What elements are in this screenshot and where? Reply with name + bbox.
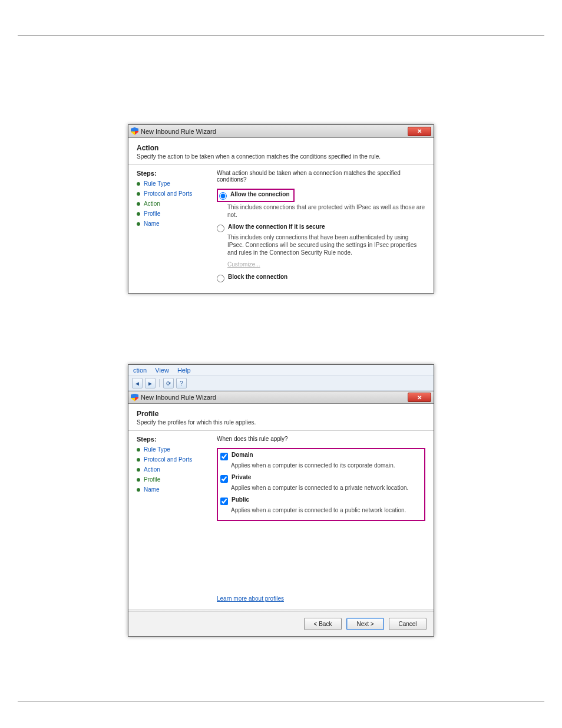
option-label: Allow the connection xyxy=(230,191,290,197)
option-allow-secure[interactable]: Allow the connection if it is secure xyxy=(217,223,425,232)
learn-more-link[interactable]: Learn more about profiles xyxy=(217,595,284,602)
back-button[interactable]: < Back xyxy=(304,618,342,630)
back-icon[interactable]: ◄ xyxy=(132,378,143,388)
option-public[interactable]: Public xyxy=(220,496,417,505)
button-row: < Back Next > Cancel xyxy=(128,611,434,636)
wizard-window-action: New Inbound Rule Wizard ✕ Action Specify… xyxy=(128,124,434,294)
next-button[interactable]: Next > xyxy=(346,618,384,630)
option-label: Domain xyxy=(232,452,253,458)
highlight-profiles: Domain Applies when a computer is connec… xyxy=(217,448,425,521)
footer-divider xyxy=(18,701,544,702)
window-title: New Inbound Rule Wizard xyxy=(141,394,216,401)
option-block-connection[interactable]: Block the connection xyxy=(217,274,425,282)
radio-allow[interactable] xyxy=(219,192,227,200)
close-button[interactable]: ✕ xyxy=(408,393,431,402)
steps-title: Steps: xyxy=(137,436,207,443)
option-desc: This includes connections that are prote… xyxy=(227,203,425,219)
page-heading: Profile xyxy=(137,410,425,418)
option-desc: Applies when a computer is connected to … xyxy=(231,484,417,492)
option-label: Block the connection xyxy=(228,274,287,280)
toolbar-sep xyxy=(159,379,160,387)
option-label: Public xyxy=(232,496,249,503)
titlebar[interactable]: New Inbound Rule Wizard ✕ xyxy=(128,125,434,138)
option-desc: Applies when a computer is connected to … xyxy=(231,506,417,514)
check-public[interactable] xyxy=(220,498,228,505)
option-allow-connection[interactable]: Allow the connection xyxy=(219,191,290,200)
radio-allow-secure[interactable] xyxy=(217,225,224,232)
page-heading: Action xyxy=(137,144,425,152)
step-action[interactable]: Action xyxy=(137,466,207,473)
question-text: When does this rule apply? xyxy=(217,436,425,442)
content-column: What action should be taken when a conne… xyxy=(217,170,425,286)
heading-divider xyxy=(128,430,434,431)
question-text: What action should be taken when a conne… xyxy=(217,170,425,183)
step-profile[interactable]: Profile xyxy=(137,476,207,483)
shield-icon xyxy=(131,127,138,135)
menu-view[interactable]: View xyxy=(155,367,169,374)
option-label: Private xyxy=(232,474,251,480)
step-rule-type[interactable]: Rule Type xyxy=(137,180,207,187)
step-name[interactable]: Name xyxy=(137,486,207,493)
refresh-icon[interactable]: ⟳ xyxy=(163,378,174,388)
menu-bar[interactable]: ction View Help xyxy=(128,365,434,375)
step-name[interactable]: Name xyxy=(137,220,207,227)
customize-link: Customize... xyxy=(227,261,260,268)
steps-title: Steps: xyxy=(137,170,207,177)
highlight-allow-connection: Allow the connection xyxy=(217,189,295,202)
steps-column: Steps: Rule Type Protocol and Ports Acti… xyxy=(137,436,207,602)
close-button[interactable]: ✕ xyxy=(408,127,431,136)
window-title: New Inbound Rule Wizard xyxy=(141,128,216,135)
option-desc: Applies when a computer is connected to … xyxy=(231,462,417,469)
menu-help[interactable]: Help xyxy=(177,367,191,374)
radio-block[interactable] xyxy=(217,275,224,282)
page-subheading: Specify the action to be taken when a co… xyxy=(137,153,425,160)
header-divider xyxy=(18,35,544,36)
step-profile[interactable]: Profile xyxy=(137,210,207,217)
toolbar[interactable]: ◄ ► ⟳ ? xyxy=(128,375,434,391)
page-subheading: Specify the profiles for which this rule… xyxy=(137,419,425,426)
check-domain[interactable] xyxy=(220,453,228,460)
option-domain[interactable]: Domain xyxy=(220,452,417,460)
menu-action[interactable]: ction xyxy=(133,367,147,374)
step-protocol-ports[interactable]: Protocol and Ports xyxy=(137,456,207,463)
cancel-button[interactable]: Cancel xyxy=(389,618,427,630)
option-label: Allow the connection if it is secure xyxy=(228,223,325,230)
heading-divider xyxy=(128,164,434,165)
shield-icon xyxy=(131,394,138,401)
help-icon[interactable]: ? xyxy=(176,378,187,388)
option-private[interactable]: Private xyxy=(220,474,417,483)
step-action[interactable]: Action xyxy=(137,200,207,207)
mmc-host: ction View Help ◄ ► ⟳ ? New Inbound Rule… xyxy=(128,364,434,637)
check-private[interactable] xyxy=(220,475,228,483)
content-column: When does this rule apply? Domain Applie… xyxy=(217,436,425,602)
steps-column: Steps: Rule Type Protocol and Ports Acti… xyxy=(137,170,207,286)
forward-icon[interactable]: ► xyxy=(145,378,156,388)
option-desc: This includes only connections that have… xyxy=(227,233,425,256)
step-protocol-ports[interactable]: Protocol and Ports xyxy=(137,190,207,197)
step-rule-type[interactable]: Rule Type xyxy=(137,446,207,453)
titlebar[interactable]: New Inbound Rule Wizard ✕ xyxy=(128,391,434,404)
